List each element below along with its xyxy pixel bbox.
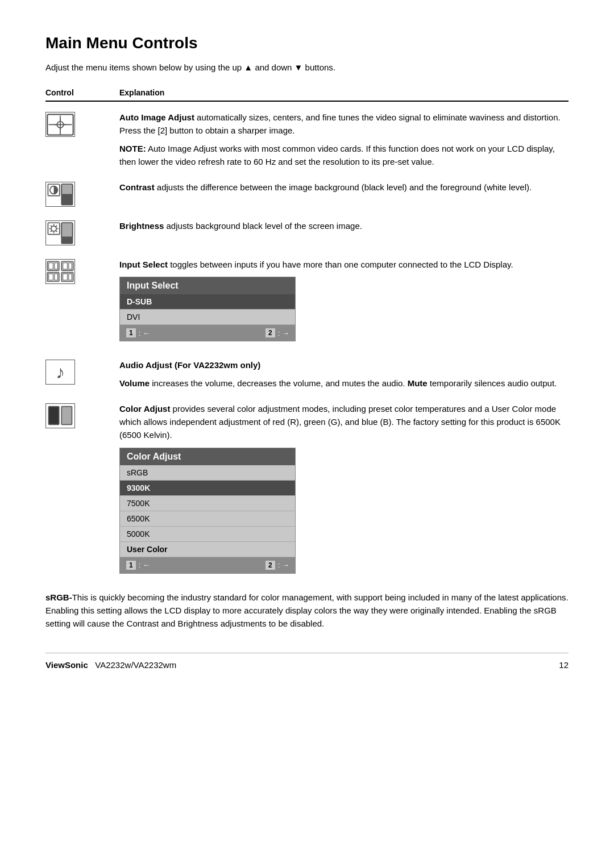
color-adjust-main: Color Adjust provides several color adju… [119, 402, 569, 442]
svg-rect-38 [49, 407, 59, 425]
srgb-note: sRGB-This is quickly becoming the indust… [45, 591, 569, 631]
popup-footer-left: 1 : ← [126, 328, 150, 338]
color-adjust-popup: Color Adjust sRGB 9300K 7500K 6500K 5000… [119, 448, 296, 574]
color-popup-footer-left-icon: : ← [139, 561, 150, 569]
entry-contrast: Contrast adjusts the difference between … [45, 181, 569, 207]
contrast-text: Contrast adjusts the difference between … [119, 181, 569, 194]
color-9300k: 9300K [120, 481, 295, 496]
input-select-popup-footer: 1 : ← 2 : → [120, 325, 295, 341]
brightness-text: Brightness adjusts background black leve… [119, 219, 569, 232]
input-select-popup: Input Select D-SUB DVI 1 : ← 2 : → [119, 277, 296, 341]
intro-text: Adjust the menu items shown below by usi… [45, 62, 569, 72]
audio-adjust-title: Audio Adjust (For VA2232wm only) [119, 358, 569, 372]
color-user-color: User Color [120, 542, 295, 557]
auto-image-adjust-main: Auto Image Adjust automatically sizes, c… [119, 111, 569, 137]
entry-input-select: Input Select toggles between inputs if y… [45, 258, 569, 346]
footer-brand-name: ViewSonic [45, 660, 88, 670]
brightness-icon-cell [45, 219, 119, 245]
svg-rect-27 [55, 262, 58, 269]
entry-auto-image-adjust: Auto Image Adjust automatically sizes, c… [45, 111, 569, 168]
color-adjust-popup-footer: 1 : ← 2 : → [120, 557, 295, 573]
auto-icon-cell [45, 111, 119, 137]
contrast-main: Contrast adjusts the difference between … [119, 181, 569, 194]
color-srgb: sRGB [120, 465, 295, 481]
footer-brand: ViewSonic VA2232w/VA2232wm [45, 660, 176, 670]
color-6500k: 6500K [120, 511, 295, 527]
color-7500k: 7500K [120, 496, 295, 511]
btn-2: 2 [265, 328, 276, 338]
entry-color-adjust: Color Adjust provides several color adju… [45, 402, 569, 578]
entry-audio-adjust: ♪ Audio Adjust (For VA2232wm only) Volum… [45, 358, 569, 390]
auto-icon [45, 112, 75, 137]
popup-footer-left-icon: : ← [139, 329, 150, 337]
svg-rect-12 [61, 184, 72, 194]
color-popup-footer-right-icon: : → [278, 561, 289, 569]
color-5000k: 5000K [120, 527, 295, 542]
svg-rect-39 [61, 407, 72, 425]
page-footer: ViewSonic VA2232w/VA2232wm 12 [45, 653, 569, 670]
svg-line-21 [56, 225, 57, 226]
footer-page-number: 12 [559, 660, 569, 670]
audio-text: Audio Adjust (For VA2232wm only) Volume … [119, 358, 569, 390]
svg-rect-30 [69, 262, 72, 269]
input-select-icon-cell [45, 258, 119, 284]
svg-line-19 [51, 225, 52, 226]
page-title: Main Menu Controls [45, 34, 569, 52]
color-btn-1: 1 [126, 560, 136, 570]
input-select-dsub: D-SUB [120, 294, 295, 310]
svg-point-14 [51, 226, 56, 231]
contrast-icon [45, 182, 75, 207]
svg-rect-29 [63, 262, 68, 269]
auto-image-adjust-text: Auto Image Adjust automatically sizes, c… [119, 111, 569, 168]
svg-line-20 [56, 230, 57, 231]
popup-footer-right: 2 : → [265, 328, 289, 338]
contrast-icon-cell [45, 181, 119, 207]
brightness-icon [45, 220, 75, 245]
svg-rect-24 [61, 223, 72, 237]
svg-line-22 [51, 230, 52, 231]
auto-image-adjust-note: NOTE: Auto Image Adjust works with most … [119, 142, 569, 169]
popup-footer-right-icon: : → [278, 329, 289, 337]
input-select-dvi: DVI [120, 310, 295, 325]
input-select-text: Input Select toggles between inputs if y… [119, 258, 569, 346]
header-control: Control [45, 88, 119, 97]
color-icon-cell [45, 402, 119, 428]
color-icon [45, 403, 75, 428]
color-popup-footer-left: 1 : ← [126, 560, 150, 570]
svg-rect-32 [49, 273, 53, 279]
footer-model: VA2232w/VA2232wm [95, 660, 176, 670]
color-adjust-text: Color Adjust provides several color adju… [119, 402, 569, 578]
audio-icon: ♪ [45, 360, 75, 385]
btn-1: 1 [126, 328, 136, 338]
svg-rect-36 [69, 273, 72, 279]
input-select-icon [45, 259, 75, 284]
brightness-main: Brightness adjusts background black leve… [119, 219, 569, 232]
audio-icon-cell: ♪ [45, 358, 119, 385]
input-select-main: Input Select toggles between inputs if y… [119, 258, 569, 271]
svg-rect-35 [63, 273, 68, 279]
audio-volume: Volume increases the volume, decreases t… [119, 377, 569, 390]
input-select-popup-title: Input Select [120, 277, 295, 294]
color-popup-footer-right: 2 : → [265, 560, 289, 570]
color-btn-2: 2 [265, 560, 276, 570]
header-explanation: Explanation [119, 88, 164, 97]
svg-text:♪: ♪ [56, 361, 65, 382]
svg-rect-33 [55, 273, 58, 279]
table-header: Control Explanation [45, 88, 569, 102]
color-adjust-popup-title: Color Adjust [120, 448, 295, 465]
svg-rect-26 [49, 262, 53, 269]
entry-brightness: Brightness adjusts background black leve… [45, 219, 569, 245]
